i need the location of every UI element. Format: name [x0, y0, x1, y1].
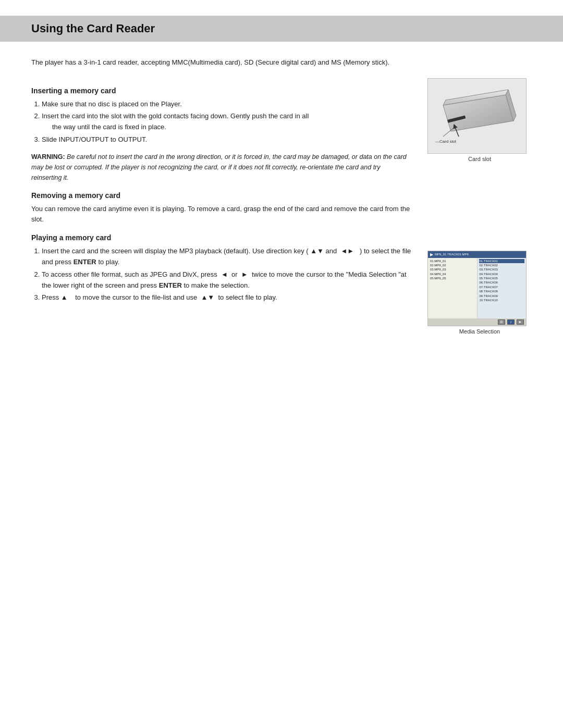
screen-header: ▶ MP9_01 TRACK01.MP8 — [428, 251, 526, 258]
screen-header-text: MP9_01 TRACK01.MP8 — [435, 253, 469, 256]
inserting-step-2: Insert the card into the slot with the g… — [42, 111, 412, 133]
screen-footer: ⊞ ♪ ► — [428, 318, 526, 326]
playing-step-1: Insert the card and the screen will disp… — [42, 246, 412, 268]
svg-line-5 — [443, 127, 455, 137]
media-selection-image: ▶ MP9_01 TRACK01.MP8 01.MP9_01 02.MP9_02… — [427, 251, 527, 326]
screen-file-r1: 01.TRACK01 — [479, 259, 525, 263]
playing-step-3: Press ▲ to move the cursor to the file-l… — [42, 292, 412, 303]
screen-file-r2: 02.TRACK02 — [479, 263, 525, 267]
main-content: Inserting a memory card Make sure that n… — [31, 78, 532, 335]
warning-text: Be careful not to insert the card in the… — [31, 153, 407, 181]
screen-btn-2: ♪ — [507, 319, 515, 325]
screen-body: 01.MP9_01 02.MP9_02 03.MP9_03 04.MP9_04 … — [428, 258, 526, 318]
screen-file-l4: 04.MP9_04 — [430, 272, 475, 276]
screen-file-r8: 08.TRACK08 — [479, 289, 525, 293]
card-slot-image: —Card slot — [427, 78, 527, 154]
section-heading-removing: Removing a memory card — [31, 191, 412, 200]
card-slot-label: Card slot — [427, 156, 532, 162]
screen-file-l2: 02.MP9_02 — [430, 263, 475, 267]
screen-file-r10: 10.TRACK10 — [479, 298, 525, 302]
card-slot-figure: —Card slot Card slot — [427, 78, 532, 162]
screen-file-l1: 01.MP9_01 — [430, 259, 475, 263]
card-slot-svg: —Card slot — [433, 84, 521, 147]
right-column: —Card slot Card slot ▶ MP9_01 TRACK01.MP… — [427, 78, 532, 335]
warning-label: WARNING: — [31, 153, 65, 161]
warning-block: WARNING: Be careful not to insert the ca… — [31, 152, 412, 183]
media-selection-label: Media Selection — [427, 328, 532, 335]
page-container: Using the Card Reader The player has a 3… — [0, 0, 563, 366]
screen-file-l5: 05.MP9_05 — [430, 276, 475, 280]
text-column: Inserting a memory card Make sure that n… — [31, 78, 412, 335]
inserting-steps: Make sure that no disc is placed on the … — [31, 99, 412, 145]
screen-btn-arrow: ► — [517, 319, 524, 325]
section-heading-playing: Playing a memory card — [31, 233, 412, 242]
section-inserting: Inserting a memory card Make sure that n… — [31, 87, 412, 183]
screen-file-r6: 06.TRACK06 — [479, 280, 525, 285]
screen-file-r4: 04.TRACK04 — [479, 272, 525, 276]
title-bar: Using the Card Reader — [0, 16, 563, 42]
screen-right-col: 01.TRACK01 02.TRACK02 03.TRACK03 04.TRAC… — [478, 258, 527, 318]
screen-file-r5: 05.TRACK05 — [479, 276, 525, 280]
screen-file-l3: 03.MP9_03 — [430, 267, 475, 272]
svg-text:—Card slot: —Card slot — [435, 139, 457, 144]
intro-paragraph: The player has a 3-in-1 card reader, acc… — [31, 57, 532, 68]
media-selection-figure: ▶ MP9_01 TRACK01.MP8 01.MP9_01 02.MP9_02… — [427, 251, 532, 335]
screen-file-r3: 03.TRACK03 — [479, 267, 525, 272]
inserting-step-1: Make sure that no disc is placed on the … — [42, 99, 412, 110]
playing-step-2: To access other file format, such as JPE… — [42, 269, 412, 291]
screen-btn-1: ⊞ — [498, 319, 505, 325]
inserting-step-3: Slide INPUT/OUTPUT to OUTPUT. — [42, 134, 412, 145]
page-title: Using the Card Reader — [31, 22, 532, 35]
playing-steps: Insert the card and the screen will disp… — [31, 246, 412, 303]
removing-body: You can remove the card anytime even it … — [31, 204, 412, 226]
play-icon: ▶ — [430, 252, 433, 257]
inserting-step-2-cont: the way until the card is fixed in place… — [42, 122, 412, 133]
section-playing: Playing a memory card Insert the card an… — [31, 233, 412, 303]
section-heading-inserting: Inserting a memory card — [31, 87, 412, 95]
screen-left-col: 01.MP9_01 02.MP9_02 03.MP9_03 04.MP9_04 … — [428, 258, 478, 318]
screen-file-r7: 07.TRACK07 — [479, 285, 525, 289]
screen-file-r9: 09.TRACK09 — [479, 294, 525, 298]
section-removing: Removing a memory card You can remove th… — [31, 191, 412, 226]
